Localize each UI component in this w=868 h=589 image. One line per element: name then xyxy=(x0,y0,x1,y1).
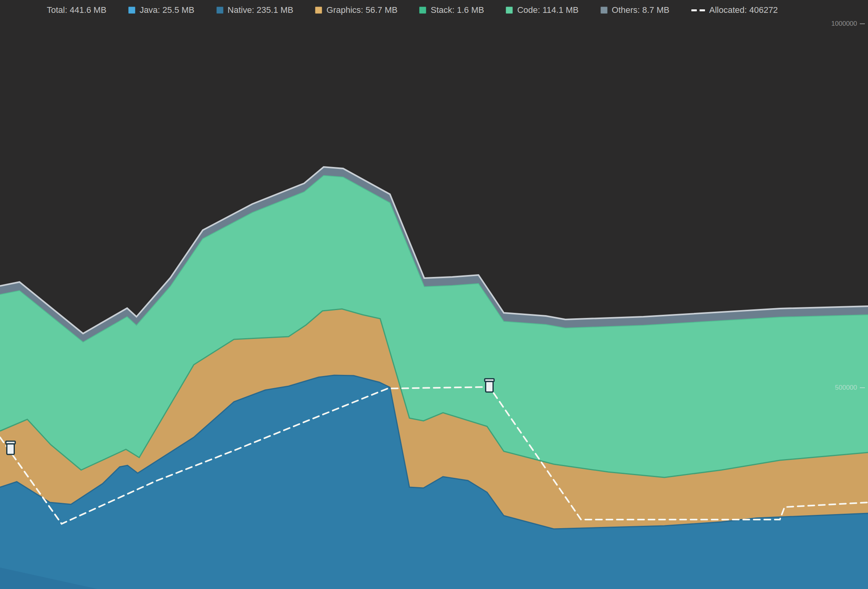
native-swatch-icon xyxy=(216,7,223,14)
legend-item-native: Native: 235.1 MB xyxy=(216,5,294,15)
legend-label: Java: 25.5 MB xyxy=(140,5,195,15)
legend-label: Native: 235.1 MB xyxy=(228,5,294,15)
graphics-swatch-icon xyxy=(315,7,322,14)
code-swatch-icon xyxy=(506,7,513,14)
tick-mark xyxy=(860,23,865,24)
gc-event-icon xyxy=(6,441,15,454)
legend-item-others: Others: 8.7 MB xyxy=(601,5,670,15)
legend-item-code: Code: 114.1 MB xyxy=(506,5,578,15)
tick-mark xyxy=(860,387,865,388)
right-axis-tick-500000: 500000 xyxy=(835,384,865,392)
legend-item-allocated: Allocated: 406272 xyxy=(691,5,778,15)
right-axis-tick-label: 500000 xyxy=(835,384,857,392)
legend-item-stack: Stack: 1.6 MB xyxy=(419,5,484,15)
memory-profiler-stage: Total: 441.6 MBJava: 25.5 MBNative: 235.… xyxy=(0,0,868,589)
legend-item-graphics: Graphics: 56.7 MB xyxy=(315,5,397,15)
trash-body-icon xyxy=(486,381,493,392)
legend-item-total: Total: 441.6 MB xyxy=(47,5,106,15)
others-swatch-icon xyxy=(601,7,608,14)
memory-timeline-chart[interactable] xyxy=(0,0,868,589)
right-axis-tick-label: 1000000 xyxy=(831,20,857,28)
legend-label: Graphics: 56.7 MB xyxy=(326,5,397,15)
trash-body-icon xyxy=(7,444,14,454)
java-swatch-icon xyxy=(128,7,135,14)
gc-event-icon xyxy=(485,379,494,392)
legend-item-java: Java: 25.5 MB xyxy=(128,5,195,15)
right-axis-tick-1000000: 1000000 xyxy=(831,20,865,28)
legend-label: Total: 441.6 MB xyxy=(47,5,106,15)
dashed-line-icon xyxy=(691,9,705,11)
legend-label: Code: 114.1 MB xyxy=(517,5,578,15)
legend: Total: 441.6 MBJava: 25.5 MBNative: 235.… xyxy=(0,3,868,17)
legend-label: Others: 8.7 MB xyxy=(612,5,670,15)
stack-swatch-icon xyxy=(419,7,426,14)
legend-label: Allocated: 406272 xyxy=(709,5,778,15)
legend-label: Stack: 1.6 MB xyxy=(430,5,484,15)
